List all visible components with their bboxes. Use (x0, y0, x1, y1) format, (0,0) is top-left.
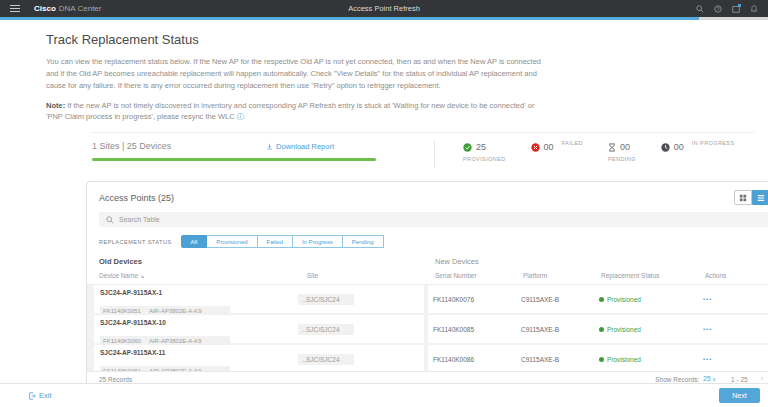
status-dot-icon (599, 297, 604, 302)
device-name: SJC24-AP-9115AX-10 (100, 319, 298, 326)
device-name: SJC24-AP-9115AX-1 (100, 289, 298, 296)
column-platform: Platform (523, 272, 601, 279)
download-icon (266, 143, 273, 150)
page-title: Track Replacement Status (46, 32, 768, 47)
filter-pill[interactable]: Failed (257, 235, 293, 248)
replacement-status-filter-label: REPLACEMENT STATUS (99, 239, 172, 245)
row-actions-menu[interactable]: ••• (703, 356, 768, 362)
table-row: SJC24-AP-9115AX-1 FK1140K0051AIR-AP3802E… (94, 285, 768, 313)
new-platform: C9115AXE-B (521, 296, 599, 303)
check-circle-icon (463, 143, 472, 152)
exit-link[interactable]: Exit (28, 391, 52, 400)
stat-provisioned: 25 PROVISIONED (463, 142, 506, 162)
notification-badge (738, 4, 741, 7)
replacement-status-badge: Provisioned (599, 296, 703, 303)
hourglass-icon (608, 143, 616, 152)
filter-pill[interactable]: Provisioned (206, 235, 257, 248)
new-devices-group-header: New Devices (435, 257, 479, 266)
new-serial-number: FK1140K0086 (433, 356, 521, 363)
next-button[interactable]: Next (719, 388, 760, 403)
info-icon[interactable]: ⓘ (237, 112, 245, 121)
site-cell: ..SJC/SJC24 (298, 345, 424, 373)
old-devices-group-header: Old Devices (99, 257, 435, 266)
filter-pill[interactable]: All (181, 235, 208, 248)
stat-in-progress: 00 IN PROGRESS (661, 142, 735, 162)
row-actions-menu[interactable]: ••• (703, 326, 768, 332)
grid-icon (739, 194, 747, 202)
filter-pill[interactable]: Pending (342, 235, 384, 248)
list-view-toggle[interactable] (752, 190, 768, 205)
table-column-headers: Device Name▲ Site Serial Number Platform… (87, 266, 768, 284)
exit-icon (28, 392, 36, 400)
search-icon[interactable] (696, 5, 704, 13)
download-report-link[interactable]: Download Report (266, 142, 334, 151)
records-count: 25 Records (99, 376, 132, 383)
new-serial-number: FK1140K0076 (433, 296, 521, 303)
table-row: SJC24-AP-9115AX-11 FK1140K0061AIR-AP3802… (94, 345, 768, 373)
page-note: Note: If the new AP is not timely discov… (46, 101, 548, 123)
svg-text:?: ? (717, 6, 720, 11)
new-serial-number: FK1140K0085 (433, 326, 521, 333)
page-range: 1 - 25 (731, 376, 748, 383)
site-cell: ..SJC/SJC24 (298, 285, 424, 313)
row-actions-menu[interactable]: ••• (703, 296, 768, 302)
bell-icon[interactable] (750, 5, 758, 13)
search-icon (106, 216, 114, 224)
x-circle-icon (531, 143, 540, 152)
top-app-bar: CiscoDNA Center Access Point Refresh ? (0, 0, 768, 17)
note-label: Note: (46, 101, 65, 110)
column-actions: Actions (705, 272, 768, 279)
status-filter-pills: AllProvisionedFailedIn ProgressPending (181, 235, 384, 248)
search-bar (99, 212, 768, 227)
divider (434, 141, 435, 168)
sort-asc-icon: ▲ (140, 273, 145, 279)
prev-page-icon[interactable]: ‹ (761, 375, 764, 383)
clock-icon (661, 143, 670, 152)
site-cell: ..SJC/SJC24 (298, 315, 424, 343)
replacement-status-badge: Provisioned (599, 326, 703, 333)
new-platform: C9115AXE-B (521, 326, 599, 333)
wizard-footer: Exit Next (0, 383, 768, 407)
app-window: CiscoDNA Center Access Point Refresh ? T… (0, 0, 768, 407)
filter-pill[interactable]: In Progress (292, 235, 343, 248)
provision-progress-bar (92, 158, 376, 161)
replacement-status-badge: Provisioned (599, 356, 703, 363)
grid-view-toggle[interactable] (734, 190, 752, 205)
column-replacement-status: Replacement Status (601, 272, 705, 279)
note-text: If the new AP is not timely discovered i… (46, 101, 534, 121)
show-records-label: Show Records: (655, 376, 699, 383)
table-row: SJC24-AP-9115AX-10 FK1140K0060AIR-AP3802… (94, 315, 768, 343)
status-dot-icon (599, 357, 604, 362)
new-platform: C9115AXE-B (521, 356, 599, 363)
help-icon[interactable]: ? (714, 5, 722, 13)
column-serial-number: Serial Number (435, 272, 523, 279)
stat-failed: 00 FAILED (531, 142, 583, 162)
page-description: You can view the replacement status belo… (46, 56, 548, 92)
search-input[interactable] (119, 216, 768, 223)
sites-devices-count: 1 Sites | 25 Devices (92, 141, 171, 151)
app-title: Access Point Refresh (0, 4, 768, 13)
summary-strip: 1 Sites | 25 Devices Download Report 25 … (92, 132, 755, 168)
device-name: SJC24-AP-9115AX-11 (100, 349, 298, 356)
column-site: Site (307, 272, 435, 279)
card-title: Access Points (25) (99, 193, 174, 203)
column-device-name[interactable]: Device Name▲ (99, 272, 307, 279)
apps-icon[interactable] (732, 5, 740, 13)
list-icon (757, 194, 765, 202)
table-body: SJC24-AP-9115AX-1 FK1140K0051AIR-AP3802E… (87, 284, 768, 382)
chevron-down-icon: ∨ (712, 376, 716, 382)
access-points-card: Access Points (25) ⚙ REPLACEMENT STAT (86, 181, 768, 387)
status-dot-icon (599, 327, 604, 332)
stat-pending: 00 PENDING (608, 142, 636, 162)
